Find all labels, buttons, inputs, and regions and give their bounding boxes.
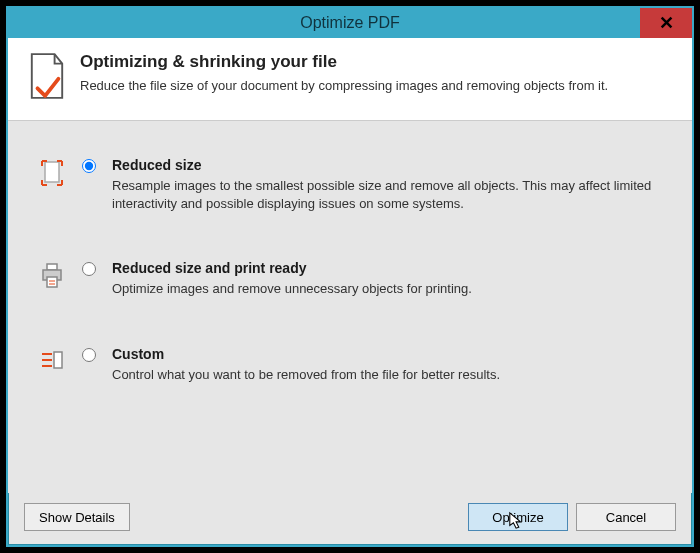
- options-panel: Reduced size Resample images to the smal…: [8, 121, 692, 493]
- optimize-button[interactable]: Optimize: [468, 503, 568, 531]
- header-text: Optimizing & shrinking your file Reduce …: [80, 52, 608, 93]
- header-panel: Optimizing & shrinking your file Reduce …: [8, 38, 692, 121]
- svg-rect-3: [47, 277, 57, 287]
- header-subtext: Reduce the file size of your document by…: [80, 78, 608, 93]
- option-title: Reduced size: [112, 157, 662, 173]
- radio-print-ready[interactable]: [82, 262, 96, 276]
- svg-rect-9: [54, 352, 62, 368]
- option-print-ready[interactable]: Reduced size and print ready Optimize im…: [38, 260, 662, 298]
- svg-rect-0: [45, 162, 59, 182]
- option-title: Reduced size and print ready: [112, 260, 662, 276]
- radio-custom[interactable]: [82, 348, 96, 362]
- option-title: Custom: [112, 346, 662, 362]
- svg-rect-1: [47, 264, 57, 270]
- window-title: Optimize PDF: [300, 14, 400, 32]
- custom-settings-icon: [38, 346, 66, 376]
- header-heading: Optimizing & shrinking your file: [80, 52, 608, 72]
- option-reduced-size[interactable]: Reduced size Resample images to the smal…: [38, 157, 662, 212]
- show-details-button[interactable]: Show Details: [24, 503, 130, 531]
- titlebar: Optimize PDF ✕: [8, 8, 692, 38]
- close-button[interactable]: ✕: [640, 8, 692, 38]
- radio-reduced-size[interactable]: [82, 159, 96, 173]
- close-icon: ✕: [659, 12, 674, 34]
- document-check-icon: [28, 52, 66, 104]
- option-desc: Resample images to the smallest possible…: [112, 177, 662, 212]
- optimize-pdf-dialog: Optimize PDF ✕ Optimizing & shrinking yo…: [6, 6, 694, 547]
- footer: Show Details Optimize Cancel: [8, 493, 692, 545]
- cancel-button[interactable]: Cancel: [576, 503, 676, 531]
- printer-icon: [38, 260, 66, 290]
- option-desc: Control what you want to be removed from…: [112, 366, 662, 384]
- reduced-size-icon: [38, 157, 66, 187]
- option-custom[interactable]: Custom Control what you want to be remov…: [38, 346, 662, 384]
- option-desc: Optimize images and remove unnecessary o…: [112, 280, 662, 298]
